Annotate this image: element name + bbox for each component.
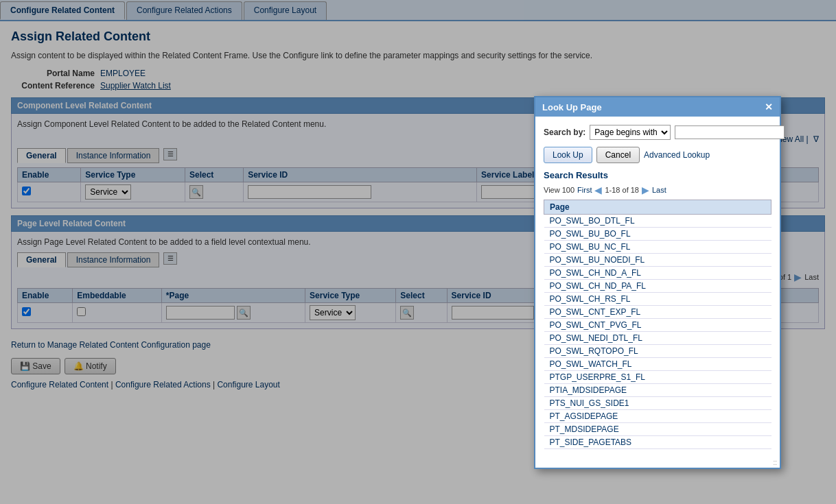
cancel-button[interactable]: Cancel [596, 147, 640, 163]
modal-close-btn[interactable]: ✕ [765, 101, 773, 112]
result-row[interactable]: PO_SWL_CH_ND_PA_FL [544, 280, 771, 293]
prev-arrow[interactable]: ◀ [594, 184, 602, 195]
results-header: Search Results [544, 170, 771, 180]
results-nav: View 100 First ◀ 1-18 of 18 ▶ Last [544, 184, 771, 195]
search-by-row: Search by: Page begins with [544, 125, 771, 140]
search-by-label: Search by: [544, 128, 585, 137]
result-row[interactable]: PO_SWL_CNT_EXP_FL [544, 306, 771, 319]
modal-title: Look Up Page [542, 102, 602, 112]
results-table: Page PO_SWL_BO_DTL_FLPO_SWL_BU_BO_FLPO_S… [544, 200, 771, 398]
search-input[interactable] [675, 125, 785, 139]
result-row[interactable]: PO_SWL_NEDI_DTL_FL [544, 332, 771, 345]
result-row[interactable]: PTGP_USERPRE_S1_FL [544, 371, 771, 384]
result-row[interactable]: PO_SWL_RQTOPO_FL [544, 345, 771, 358]
page-col-header: Page [544, 200, 771, 215]
modal-buttons: Look Up Cancel Advanced Lookup [544, 147, 771, 163]
result-row[interactable]: PO_SWL_BU_BO_FL [544, 228, 771, 241]
result-row[interactable]: PTS_NUI_GS_SIDE1 [544, 397, 771, 398]
modal-titlebar: Look Up Page ✕ [535, 97, 780, 117]
result-row[interactable]: PO_SWL_WATCH_FL [544, 358, 771, 371]
lookup-button[interactable]: Look Up [544, 147, 592, 163]
result-row[interactable]: PO_SWL_CH_ND_A_FL [544, 267, 771, 280]
result-row[interactable]: PO_SWL_BU_NC_FL [544, 241, 771, 254]
modal-overlay: Look Up Page ✕ Search by: Page begins wi… [0, 0, 836, 398]
result-row[interactable]: PTIA_MDSIDEPAGE [544, 384, 771, 397]
lookup-modal: Look Up Page ✕ Search by: Page begins wi… [534, 96, 781, 398]
modal-body: Search by: Page begins with Look Up Canc… [535, 117, 780, 398]
results-section: Search Results View 100 First ◀ 1-18 of … [544, 170, 771, 398]
result-row[interactable]: PO_SWL_CNT_PVG_FL [544, 319, 771, 332]
first-label[interactable]: First [577, 186, 592, 194]
last-label[interactable]: Last [652, 186, 666, 194]
range-label: 1-18 of 18 [605, 186, 639, 194]
search-by-select[interactable]: Page begins with [590, 125, 671, 140]
advanced-lookup-link[interactable]: Advanced Lookup [644, 147, 710, 163]
view-label: View 100 [544, 186, 574, 194]
result-row[interactable]: PO_SWL_BO_DTL_FL [544, 215, 771, 228]
next-arrow[interactable]: ▶ [642, 184, 649, 195]
result-row[interactable]: PO_SWL_BU_NOEDI_FL [544, 254, 771, 267]
result-row[interactable]: PO_SWL_CH_RS_FL [544, 293, 771, 306]
